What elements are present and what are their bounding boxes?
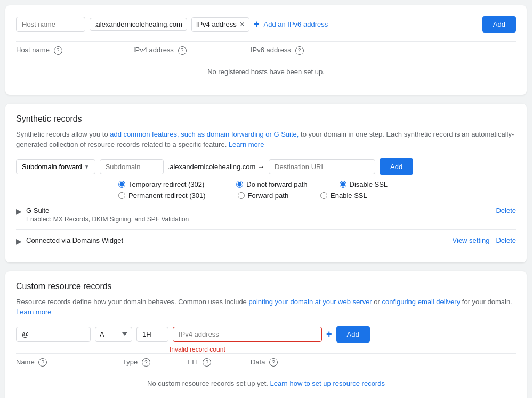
subdomain-forward-dropdown[interactable]: Subdomain forward ▼ — [16, 159, 95, 174]
invalid-record-error: Invalid record count — [170, 346, 516, 353]
synthetic-records-title: Synthetic records — [16, 114, 516, 124]
synth-input-row: Subdomain forward ▼ .alexandernicoleheal… — [16, 158, 516, 175]
synth-radio-row-2: Permanent redirect (301) Forward path En… — [118, 192, 516, 200]
enable-ssl-label: Enable SSL — [331, 192, 367, 200]
add-ipv6-plus-icon[interactable]: + — [254, 19, 260, 30]
custom-table-header: Name ? Type ? TTL ? Data ? — [16, 353, 516, 371]
host-name-input[interactable] — [16, 17, 85, 32]
view-setting-button[interactable]: View setting — [453, 236, 490, 244]
disable-ssl-input[interactable] — [340, 181, 346, 188]
gsuite-subtitle: Enabled: MX Records, DKIM Signing, and S… — [26, 216, 496, 223]
temporary-redirect-input[interactable] — [118, 181, 125, 188]
gsuite-expand-icon[interactable]: ▶ — [16, 207, 22, 216]
custom-no-records: No custom resource records set up yet. L… — [16, 371, 516, 396]
destination-url-input[interactable] — [269, 159, 375, 174]
custom-name-help-icon[interactable]: ? — [38, 358, 47, 367]
ipv4-help-icon[interactable]: ? — [178, 46, 187, 55]
forward-path-radio[interactable]: Forward path — [238, 192, 289, 200]
host-table-header: Host name ? IPv4 address ? IPv6 address … — [16, 41, 516, 59]
ipv4-col-header: IPv4 address ? — [133, 46, 240, 55]
custom-add-button[interactable]: Add — [336, 326, 370, 343]
permanent-redirect-input[interactable] — [118, 192, 125, 199]
host-name-help-icon[interactable]: ? — [54, 46, 62, 55]
permanent-redirect-label: Permanent redirect (301) — [128, 192, 206, 200]
domain-chip: .alexandernicolehealing.com — [90, 18, 187, 31]
host-no-records-message: No registered hosts have been set up. — [16, 59, 516, 84]
domain-forwarding-link[interactable]: add common features, such as domain forw… — [110, 130, 299, 138]
synthetic-records-desc: Synthetic records allow you to add commo… — [16, 129, 516, 150]
forward-path-label: Forward path — [248, 192, 289, 200]
do-not-forward-path-radio[interactable]: Do not forward path — [236, 180, 307, 188]
custom-records-title: Custom resource records — [16, 282, 516, 291]
ipv4-close-icon[interactable]: × — [240, 20, 245, 29]
ipv4-chip: IPv4 address × — [191, 17, 249, 32]
synthetic-records-card: Synthetic records Synthetic records allo… — [5, 104, 527, 262]
do-not-forward-path-label: Do not forward path — [246, 180, 307, 188]
add-ipv6-link[interactable]: Add an IPv6 address — [264, 20, 328, 28]
custom-ipv4-input[interactable] — [173, 327, 322, 342]
custom-ttl-col-header: TTL ? — [187, 358, 251, 367]
domains-widget-title: Connected via Domains Widget — [26, 236, 453, 244]
gsuite-delete-button[interactable]: Delete — [496, 206, 516, 214]
subdomain-input[interactable] — [100, 159, 164, 174]
synth-radio-row-1: Temporary redirect (302) Do not forward … — [118, 180, 516, 188]
domains-widget-expand-icon[interactable]: ▶ — [16, 237, 22, 245]
ipv6-help-icon[interactable]: ? — [295, 46, 304, 55]
configuring-email-link[interactable]: configuring email delivery — [382, 298, 460, 306]
custom-record-input-row: A AAAA CNAME MX TXT + Add — [16, 326, 516, 343]
permanent-redirect-radio[interactable]: Permanent redirect (301) — [118, 192, 206, 200]
disable-ssl-radio[interactable]: Disable SSL — [340, 180, 388, 188]
do-not-forward-path-input[interactable] — [236, 181, 243, 188]
host-name-col-header: Host name ? — [16, 46, 123, 55]
dropdown-arrow-icon: ▼ — [84, 164, 90, 170]
forward-path-input[interactable] — [238, 192, 245, 199]
synth-add-button[interactable]: Add — [380, 158, 413, 175]
learn-how-link[interactable]: Learn how to set up resource records — [270, 379, 385, 387]
gsuite-row: ▶ G Suite Enabled: MX Records, DKIM Sign… — [16, 200, 516, 229]
temporary-redirect-label: Temporary redirect (302) — [128, 180, 204, 188]
custom-ttl-input[interactable] — [136, 327, 168, 342]
gsuite-title: G Suite — [26, 206, 496, 214]
dropdown-label: Subdomain forward — [22, 163, 82, 171]
pointing-domain-link[interactable]: pointing your domain at your web server — [248, 298, 372, 306]
host-records-card: .alexandernicolehealing.com IPv4 address… — [5, 5, 527, 95]
custom-name-col-header: Name ? — [16, 358, 123, 367]
domain-chip-text: .alexandernicolehealing.com — [94, 20, 182, 28]
custom-ttl-help-icon[interactable]: ? — [203, 358, 211, 367]
custom-type-select[interactable]: A AAAA CNAME MX TXT — [95, 327, 132, 342]
domains-widget-actions: View setting Delete — [453, 236, 516, 244]
domains-widget-delete-button[interactable]: Delete — [496, 236, 516, 244]
custom-no-records-text: No custom resource records set up yet. — [147, 379, 268, 387]
domains-widget-row: ▶ Connected via Domains Widget View sett… — [16, 229, 516, 252]
ipv6-col-header: IPv6 address ? — [251, 46, 357, 55]
custom-record-input-section: A AAAA CNAME MX TXT + Add Invalid record… — [16, 326, 516, 353]
synth-radio-options: Temporary redirect (302) Do not forward … — [118, 180, 516, 200]
ipv4-chip-text: IPv4 address — [196, 20, 237, 28]
host-record-input-row: .alexandernicolehealing.com IPv4 address… — [16, 16, 516, 33]
custom-type-help-icon[interactable]: ? — [142, 358, 150, 367]
gsuite-actions: Delete — [496, 206, 516, 214]
enable-ssl-input[interactable] — [320, 192, 327, 199]
custom-data-col-header: Data ? — [251, 358, 357, 367]
custom-add-plus-icon[interactable]: + — [326, 329, 332, 340]
custom-type-col-header: Type ? — [123, 358, 187, 367]
domain-suffix: .alexandernicolehealing.com → — [168, 163, 264, 171]
custom-learn-more-link[interactable]: Learn more — [16, 308, 51, 316]
host-add-button[interactable]: Add — [482, 16, 516, 33]
custom-data-help-icon[interactable]: ? — [269, 358, 278, 367]
custom-records-card: Custom resource records Resource records… — [5, 271, 527, 399]
disable-ssl-label: Disable SSL — [350, 180, 388, 188]
temporary-redirect-radio[interactable]: Temporary redirect (302) — [118, 180, 204, 188]
custom-records-desc: Resource records define how your domain … — [16, 297, 516, 317]
gsuite-content: G Suite Enabled: MX Records, DKIM Signin… — [26, 206, 496, 223]
domains-widget-content: Connected via Domains Widget — [26, 236, 453, 244]
enable-ssl-radio[interactable]: Enable SSL — [320, 192, 367, 200]
custom-name-input[interactable] — [16, 327, 91, 342]
synth-learn-more-link[interactable]: Learn more — [229, 140, 264, 148]
